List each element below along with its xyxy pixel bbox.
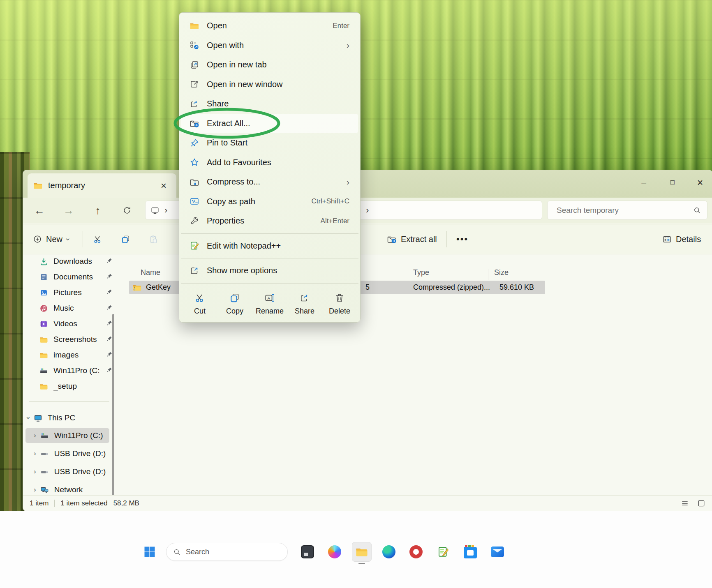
open-with-icon xyxy=(189,40,200,50)
windows-logo-icon xyxy=(143,546,156,558)
menu-item-label: Edit with Notepad++ xyxy=(207,241,281,251)
column-divider[interactable] xyxy=(406,269,406,280)
column-divider[interactable] xyxy=(488,269,488,280)
chevron-expanded-icon[interactable]: › xyxy=(24,417,32,419)
sidebar-item-setup[interactable]: _setup xyxy=(39,379,113,394)
folder-icon xyxy=(355,545,368,558)
status-divider xyxy=(54,500,55,507)
sidebar-item-music[interactable]: Music xyxy=(39,301,113,316)
chevron-right-icon[interactable]: › xyxy=(34,431,36,440)
sidebar-item-videos[interactable]: Videos xyxy=(39,316,113,331)
start-button[interactable] xyxy=(140,542,160,562)
close-button[interactable]: × xyxy=(689,173,711,191)
new-button[interactable]: New › xyxy=(29,230,73,248)
extract-all-button[interactable]: Extract all xyxy=(383,230,441,248)
submenu-chevron-icon: › xyxy=(338,177,349,187)
pin-icon xyxy=(106,272,113,281)
browser-red-icon[interactable] xyxy=(406,542,426,562)
menu-item-open-in-new-tab[interactable]: Open in new tab xyxy=(179,55,360,75)
taskbar-search[interactable]: Search xyxy=(166,543,288,561)
tab-close-icon[interactable]: × xyxy=(157,179,171,193)
file-explorer-icon[interactable] xyxy=(352,542,372,562)
sidebar-scrollbar[interactable] xyxy=(112,314,114,500)
large-thumbnails-toggle[interactable] xyxy=(696,499,707,508)
menu-item-edit-with-notepadpp[interactable]: Edit with Notepad++ xyxy=(179,236,360,256)
minimize-button[interactable]: – xyxy=(633,173,654,191)
menu-item-label: Extract All... xyxy=(207,119,250,128)
sidebar-item-documents[interactable]: Documents xyxy=(39,270,113,284)
notepadpp-icon[interactable] xyxy=(433,542,453,562)
menu-item-show-more-options[interactable]: Show more options xyxy=(179,261,360,281)
dark-window-app-icon[interactable] xyxy=(298,542,317,562)
menu-item-label: Copy as path xyxy=(207,197,255,206)
chevron-right-icon[interactable]: › xyxy=(34,468,36,476)
details-view-button[interactable]: Details xyxy=(658,230,705,248)
chevron-right-icon[interactable]: › xyxy=(34,486,36,494)
selection-size: 58,2 MB xyxy=(113,499,139,507)
column-header-name[interactable]: Name xyxy=(141,268,160,277)
sidebar-item-win11pro-pinned[interactable]: Win11Pro (C: xyxy=(39,363,113,378)
navigation-bar: ← → ↑ › › xyxy=(23,198,712,224)
menu-item-open-in-new-window[interactable]: Open in new window xyxy=(179,75,360,95)
downloads-icon xyxy=(39,257,48,266)
sidebar-item-images[interactable]: images xyxy=(39,348,113,362)
extract-all-icon xyxy=(189,118,200,128)
chevron-right-icon[interactable]: › xyxy=(34,450,36,458)
menu-item-properties[interactable]: Properties Alt+Enter xyxy=(179,211,360,231)
usb-drive-icon xyxy=(40,468,49,476)
search-input[interactable] xyxy=(548,205,690,215)
forward-button[interactable]: → xyxy=(60,202,78,219)
microsoft-store-icon[interactable] xyxy=(460,542,480,562)
menu-item-compress-to[interactable]: Compress to... › xyxy=(179,172,360,192)
details-label: Details xyxy=(676,235,701,244)
menu-item-open-with[interactable]: Open with › xyxy=(179,36,360,55)
search-box[interactable] xyxy=(547,201,707,220)
mail-icon[interactable] xyxy=(488,542,507,562)
menu-item-share[interactable]: Share xyxy=(179,94,360,114)
explorer-tab[interactable]: temporary × xyxy=(28,173,176,198)
copilot-icon[interactable] xyxy=(325,542,344,562)
folder-icon xyxy=(39,351,48,360)
share-icon xyxy=(189,99,200,109)
refresh-button[interactable] xyxy=(118,202,136,219)
details-view-toggle[interactable] xyxy=(680,499,690,508)
quick-action-cut[interactable]: Cut xyxy=(185,293,214,316)
file-type: Compressed (zipped)... xyxy=(413,283,490,292)
back-button[interactable]: ← xyxy=(30,202,49,219)
zip-file-icon xyxy=(132,283,142,292)
see-more-button[interactable]: ••• xyxy=(452,230,472,248)
column-header-type[interactable]: Type xyxy=(413,268,429,277)
up-button[interactable]: ↑ xyxy=(89,202,107,219)
sidebar-item-usb-drive-d[interactable]: › USB Drive (D:) xyxy=(25,446,109,461)
details-pane-icon xyxy=(662,235,672,244)
paste-button[interactable] xyxy=(145,230,162,248)
edge-icon[interactable] xyxy=(379,542,399,562)
maximize-button[interactable]: □ xyxy=(662,173,683,191)
sidebar-item-win11pro-c[interactable]: › Win11Pro (C:) xyxy=(25,428,109,443)
sidebar-item-pictures[interactable]: Pictures xyxy=(39,285,113,300)
sidebar-item-screenshots[interactable]: Screenshots xyxy=(39,332,113,347)
quick-action-copy[interactable]: Copy xyxy=(220,293,249,316)
quick-action-rename[interactable]: Rename xyxy=(255,293,284,316)
menu-item-copy-as-path[interactable]: Copy as path Ctrl+Shift+C xyxy=(179,192,360,212)
sidebar-item-downloads[interactable]: Downloads xyxy=(39,254,113,269)
menu-item-extract-all[interactable]: Extract All... xyxy=(181,114,358,134)
quick-action-delete[interactable]: Delete xyxy=(325,293,354,316)
shortcut-label: Enter xyxy=(324,22,349,30)
sidebar-item-usb-drive-d-2[interactable]: › USB Drive (D:) xyxy=(25,464,109,479)
menu-item-label: Share xyxy=(207,99,229,108)
extract-icon xyxy=(387,234,397,244)
dark-app-tile xyxy=(301,545,314,558)
menu-item-open[interactable]: Open Enter xyxy=(179,16,360,36)
file-size: 59.610 KB xyxy=(495,283,534,292)
sidebar-item-this-pc[interactable]: › This PC xyxy=(27,410,113,425)
quick-action-share[interactable]: Share xyxy=(290,293,319,316)
plus-icon xyxy=(33,235,42,244)
copy-button[interactable] xyxy=(117,230,134,248)
menu-item-pin-to-start[interactable]: Pin to Start xyxy=(179,133,360,153)
column-header-size[interactable]: Size xyxy=(494,268,509,277)
menu-item-add-to-favourites[interactable]: Add to Favourites xyxy=(179,153,360,173)
cut-button[interactable] xyxy=(89,230,106,248)
folder-icon xyxy=(39,335,48,344)
selection-count: 1 item selected xyxy=(60,499,107,507)
